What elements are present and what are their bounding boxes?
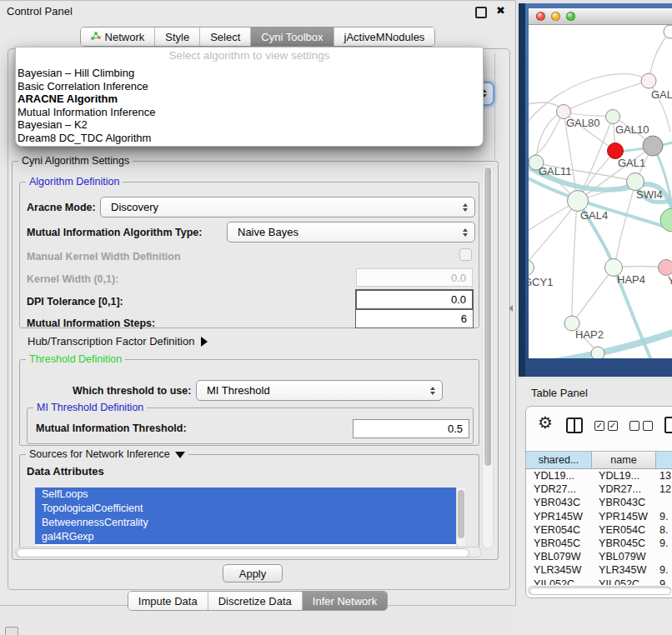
zoom-button[interactable] xyxy=(566,12,575,21)
hub-transcription-factor-section[interactable]: Hub/Transcription Factor Definition xyxy=(28,335,208,348)
table-toolbar: ⚙ ✓ ✓ xyxy=(526,407,672,447)
tab-style[interactable]: Style xyxy=(154,28,199,46)
network-window-titlebar xyxy=(529,8,672,25)
attribute-item-betweennesscentrality[interactable]: BetweennessCentrality xyxy=(35,516,456,530)
attribute-item-topologicalcoefficient[interactable]: TopologicalCoefficient xyxy=(35,502,456,516)
network-edge[interactable] xyxy=(614,183,635,268)
data-attributes-list[interactable]: SelfLoopsTopologicalCoefficientBetweenne… xyxy=(35,488,465,546)
table-row[interactable]: YBL079WYBL079W xyxy=(526,550,672,563)
algorithm-option-aracne-algorithm[interactable]: ARACNE Algorithm xyxy=(16,92,483,106)
manual-kernel-width-checkbox[interactable] xyxy=(459,248,472,261)
network-node[interactable] xyxy=(660,208,672,232)
close-panel-button[interactable]: ✖ xyxy=(496,4,505,17)
tab-jactivemnodules[interactable]: jActiveMNodules xyxy=(333,28,435,46)
column-header-shared[interactable]: shared... xyxy=(526,452,592,468)
select-all-checkbox-icon[interactable]: ✓ xyxy=(594,421,604,431)
network-edge[interactable] xyxy=(536,112,562,162)
table-cell: YIL052C xyxy=(526,578,592,585)
table-row[interactable]: YBR045CYBR045C9. xyxy=(526,537,672,550)
network-edge[interactable] xyxy=(529,202,577,265)
expanded-arrow-icon[interactable] xyxy=(175,452,185,458)
settings-vertical-scrollbar[interactable] xyxy=(482,164,494,549)
mi-steps-field[interactable]: 6 xyxy=(355,309,474,328)
node-label-gal10: GAL10 xyxy=(615,123,649,136)
deselect-all-checkbox-icon[interactable] xyxy=(629,421,639,431)
algorithm-option-bayesian-k2[interactable]: Bayesian – K2 xyxy=(16,118,483,132)
network-node[interactable] xyxy=(591,347,604,358)
mi-steps-label: Mutual Information Steps: xyxy=(27,318,155,329)
table-horizontal-scrollbar[interactable] xyxy=(528,586,671,595)
select-all-checkbox-icon[interactable]: ✓ xyxy=(608,421,618,431)
network-edge[interactable] xyxy=(649,32,670,80)
attribute-item-gal4rgexp[interactable]: gal4RGexp xyxy=(35,530,456,544)
float-window-button[interactable] xyxy=(475,7,487,18)
table-cell: YBR045C xyxy=(526,538,592,549)
minimized-window-icon[interactable] xyxy=(5,627,18,635)
algorithm-option-basic-correlation-inference[interactable]: Basic Correlation Inference xyxy=(16,80,483,93)
tab-network[interactable]: Network xyxy=(81,28,155,46)
table-row[interactable]: YDR27...YDR27...12 xyxy=(526,482,672,496)
network-edge[interactable] xyxy=(554,332,672,358)
kernel-width-field[interactable]: 0.0 xyxy=(356,268,473,287)
network-node-gcy1[interactable] xyxy=(529,260,534,276)
network-edge[interactable] xyxy=(529,202,575,233)
network-node-gal[interactable] xyxy=(641,73,656,88)
network-canvas[interactable]: GALGAL80GAL10GAL1GAL11SWI4GAL4GCY1HAP4YH… xyxy=(529,25,672,358)
document-icon[interactable] xyxy=(664,417,672,433)
table-row[interactable]: YER054CYER054C8. xyxy=(526,523,672,537)
tab-impute-data[interactable]: Impute Data xyxy=(128,592,208,610)
minimize-button[interactable] xyxy=(551,12,560,21)
deselect-all-checkbox-icon[interactable] xyxy=(643,421,653,431)
node-label-hap4: HAP4 xyxy=(617,273,645,286)
close-button[interactable] xyxy=(536,12,545,21)
network-edge[interactable] xyxy=(572,202,577,322)
algorithm-option-mutual-information-inference[interactable]: Mutual Information Inference xyxy=(16,106,483,119)
network-edge[interactable] xyxy=(529,112,563,160)
table-row[interactable]: YDL19...YDL19...13 xyxy=(526,469,672,482)
attribute-item-selfloops[interactable]: SelfLoops xyxy=(35,488,456,502)
table-row[interactable]: YPR145WYPR145W9. xyxy=(526,510,672,523)
algorithm-option-dream8-dc-tdc-algorithm[interactable]: Dream8 DC_TDC Algorithm xyxy=(16,132,483,145)
dpi-tolerance-field[interactable]: 0.0 xyxy=(355,289,474,310)
settings-horizontal-scrollbar[interactable] xyxy=(15,547,482,558)
settings-vertical-scrollbar-thumb[interactable] xyxy=(484,168,491,466)
column-header-name[interactable]: name xyxy=(592,452,656,468)
which-threshold-select[interactable]: MI Threshold xyxy=(196,380,443,401)
collapsed-arrow-icon[interactable] xyxy=(201,337,208,347)
gear-icon[interactable]: ⚙ xyxy=(538,412,553,432)
table-horizontal-scrollbar-thumb[interactable] xyxy=(529,588,671,595)
table-cell: YIL052C xyxy=(592,578,656,585)
column-header-3[interactable] xyxy=(656,452,672,468)
list-scrollbar-thumb[interactable] xyxy=(458,490,464,538)
mi-threshold-field[interactable]: 0.5 xyxy=(353,419,469,438)
network-node-y[interactable] xyxy=(659,260,672,276)
tab-infer-network[interactable]: Infer Network xyxy=(302,592,387,610)
settings-horizontal-scrollbar-thumb[interactable] xyxy=(17,548,469,558)
network-node[interactable] xyxy=(664,25,672,38)
table-row[interactable]: YLR345WYLR345W9. xyxy=(526,563,672,577)
network-node-gal10[interactable] xyxy=(606,110,620,124)
tab-select[interactable]: Select xyxy=(199,28,250,46)
apply-button[interactable]: Apply xyxy=(223,564,283,582)
tab-label: Impute Data xyxy=(138,595,198,608)
aracne-mode-select[interactable]: Discovery xyxy=(100,197,475,218)
network-edge[interactable] xyxy=(565,81,649,111)
algorithm-definition-group: Algorithm Definition Aracne Mode: Discov… xyxy=(19,182,479,328)
network-node-gal4[interactable] xyxy=(568,191,589,212)
tab-discretize-data[interactable]: Discretize Data xyxy=(208,592,302,610)
tab-cyni-toolbox[interactable]: Cyni Toolbox xyxy=(250,28,333,46)
table-cell: YPR145W xyxy=(592,511,656,522)
table-row[interactable]: YIL052CYIL052C9 xyxy=(526,578,672,586)
splitter-collapse-arrow[interactable] xyxy=(509,305,513,312)
column-layout-icon[interactable] xyxy=(566,418,583,433)
network-edge[interactable] xyxy=(574,269,613,322)
network-node[interactable] xyxy=(643,136,663,156)
table-header-row: shared...name xyxy=(526,451,672,469)
table-row[interactable]: YBR043CYBR043C xyxy=(526,496,672,509)
list-scrollbar[interactable] xyxy=(456,488,465,546)
mi-algorithm-type-select[interactable]: Naive Bayes xyxy=(227,222,475,242)
algorithm-option-bayesian-hill-climbing[interactable]: Bayesian – Hill Climbing xyxy=(16,67,483,80)
network-graph[interactable]: GALGAL80GAL10GAL1GAL11SWI4GAL4GCY1HAP4YH… xyxy=(529,25,672,358)
mi-threshold-value: 0.5 xyxy=(448,422,463,435)
kernel-width-value: 0.0 xyxy=(451,272,466,284)
